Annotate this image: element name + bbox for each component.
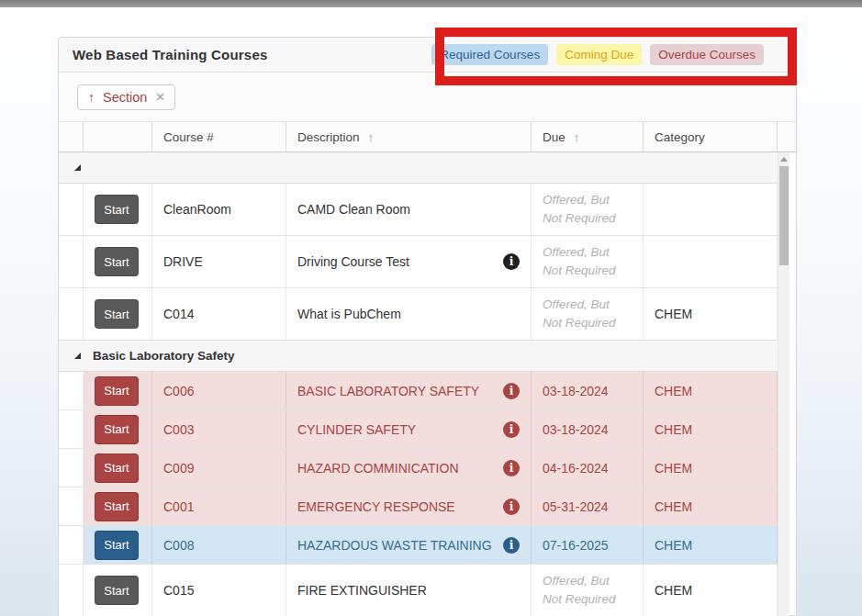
due-note: Offered, But Not Required (543, 572, 632, 610)
info-icon[interactable]: i (503, 460, 520, 476)
row-indent-cell (59, 288, 84, 340)
description-text: What is PubChem (297, 307, 401, 321)
due-cell: Offered, But Not Required (532, 288, 644, 340)
description-text: BASIC LABORATORY SAFETY (297, 384, 479, 398)
due-cell: 03-18-2024 (532, 372, 644, 409)
header-description[interactable]: Description ↑ (286, 122, 532, 151)
course-number-cell: C001 (152, 487, 286, 525)
window-top-bar (0, 0, 862, 7)
start-button[interactable]: Start (95, 247, 139, 276)
grid-header: Course # Description ↑ Due ↑ Category (59, 122, 796, 152)
description-text: HAZARDOUS WASTE TRAINING (297, 538, 492, 553)
due-cell: 05-31-2024 (532, 487, 644, 525)
description-cell: FIRE EXTINGUISHER (286, 565, 532, 616)
description-cell: EMERGENCY RESPONSEi (286, 487, 532, 525)
category-cell: CHEM (644, 372, 778, 409)
scroll-up-icon (780, 157, 788, 162)
description-cell: CAMD Clean Room (286, 184, 532, 235)
due-note: Offered, But Not Required (543, 296, 632, 333)
due-date: 07-16-2025 (543, 538, 609, 553)
start-button[interactable]: Start (95, 492, 139, 521)
due-cell: 04-16-2024 (532, 449, 644, 487)
start-button[interactable]: Start (95, 376, 139, 406)
due-cell: 03-18-2024 (532, 410, 644, 448)
description-text: EMERGENCY RESPONSE (297, 499, 455, 514)
category-cell (644, 236, 778, 287)
panel-heading: Web Based Training Courses Required Cour… (59, 38, 796, 73)
description-text: CYLINDER SAFETY (297, 422, 416, 437)
due-note: Offered, But Not Required (543, 191, 632, 229)
row-indent-cell (59, 487, 84, 525)
row-indent-cell (59, 449, 84, 487)
info-icon[interactable]: i (503, 383, 520, 399)
category-cell: CHEM (644, 487, 778, 525)
row-indent-cell (59, 372, 84, 409)
table-row: StartC014What is PubChemOffered, But Not… (59, 288, 778, 341)
header-course[interactable]: Course # (152, 122, 286, 151)
group-collapse-icon[interactable] (74, 353, 81, 359)
header-indent-cell (59, 122, 84, 151)
info-icon[interactable]: i (503, 498, 520, 515)
course-number-cell: C015 (152, 565, 286, 616)
table-row: StartC003CYLINDER SAFETYi03-18-2024CHEM (59, 410, 778, 449)
table-row: StartCleanRoomCAMD Clean RoomOffered, Bu… (59, 184, 778, 236)
grid-body: StartCleanRoomCAMD Clean RoomOffered, Bu… (59, 152, 778, 616)
info-icon[interactable]: i (503, 537, 520, 554)
group-row: Basic Laboratory Safety (59, 341, 778, 372)
start-cell: Start (84, 288, 152, 340)
sort-ascending-icon: ↑ (574, 130, 580, 144)
description-text: Driving Course Test (297, 254, 409, 269)
start-cell: Start (84, 410, 152, 448)
start-button[interactable]: Start (95, 299, 139, 329)
due-date: 03-18-2024 (543, 422, 609, 437)
info-icon[interactable]: i (503, 253, 520, 270)
description-text: HAZARD COMMINICATION (297, 461, 459, 476)
close-icon[interactable]: × (155, 91, 164, 104)
scrollbar-up-button[interactable] (778, 152, 789, 165)
header-action-cell (84, 122, 152, 151)
description-text: FIRE EXTINGUISHER (297, 583, 427, 598)
scrollbar-thumb[interactable] (779, 166, 789, 265)
header-due[interactable]: Due ↑ (532, 122, 644, 151)
table-row: StartC015FIRE EXTINGUISHEROffered, But N… (59, 565, 778, 616)
course-number-cell: C008 (152, 526, 286, 564)
row-indent-cell (59, 410, 84, 448)
course-number-cell: C009 (152, 449, 286, 487)
start-cell: Start (84, 372, 152, 409)
grouping-bar: ↑ Section × (59, 73, 796, 122)
due-note: Offered, But Not Required (543, 243, 632, 281)
group-by-section-chip[interactable]: ↑ Section × (77, 84, 175, 110)
legend-badge-required: Required Courses (431, 44, 548, 65)
start-button[interactable]: Start (95, 415, 139, 444)
table-row: StartC006BASIC LABORATORY SAFETYi03-18-2… (59, 372, 778, 410)
start-cell: Start (84, 487, 152, 525)
courses-grid: Course # Description ↑ Due ↑ Category St… (59, 122, 796, 616)
start-button[interactable]: Start (95, 195, 139, 224)
category-cell (644, 184, 778, 235)
table-row: StartC009HAZARD COMMINICATIONi04-16-2024… (59, 449, 778, 487)
description-cell: HAZARD COMMINICATIONi (286, 449, 532, 487)
start-cell: Start (84, 565, 152, 616)
legend-badge-overdue: Overdue Courses (650, 44, 764, 65)
start-button[interactable]: Start (95, 454, 139, 483)
description-text: CAMD Clean Room (297, 202, 410, 217)
due-cell: Offered, But Not Required (532, 565, 644, 616)
course-number-cell: C006 (152, 372, 286, 409)
category-cell: CHEM (644, 449, 778, 487)
due-cell: 07-16-2025 (532, 526, 644, 564)
vertical-scrollbar[interactable] (778, 152, 789, 616)
sort-ascending-icon[interactable]: ↑ (88, 90, 95, 105)
description-cell: CYLINDER SAFETYi (286, 410, 532, 448)
start-button[interactable]: Start (95, 531, 139, 560)
header-category[interactable]: Category (644, 122, 778, 151)
table-row: StartC001EMERGENCY RESPONSEi05-31-2024CH… (59, 487, 778, 526)
description-cell: BASIC LABORATORY SAFETYi (286, 372, 532, 409)
group-collapse-icon[interactable] (74, 164, 81, 171)
description-cell: Driving Course Testi (286, 236, 532, 287)
group-row (59, 152, 778, 184)
category-cell: CHEM (644, 410, 778, 448)
category-cell: CHEM (644, 288, 778, 340)
group-chip-label: Section (103, 90, 147, 105)
info-icon[interactable]: i (503, 421, 520, 438)
start-button[interactable]: Start (95, 576, 139, 605)
